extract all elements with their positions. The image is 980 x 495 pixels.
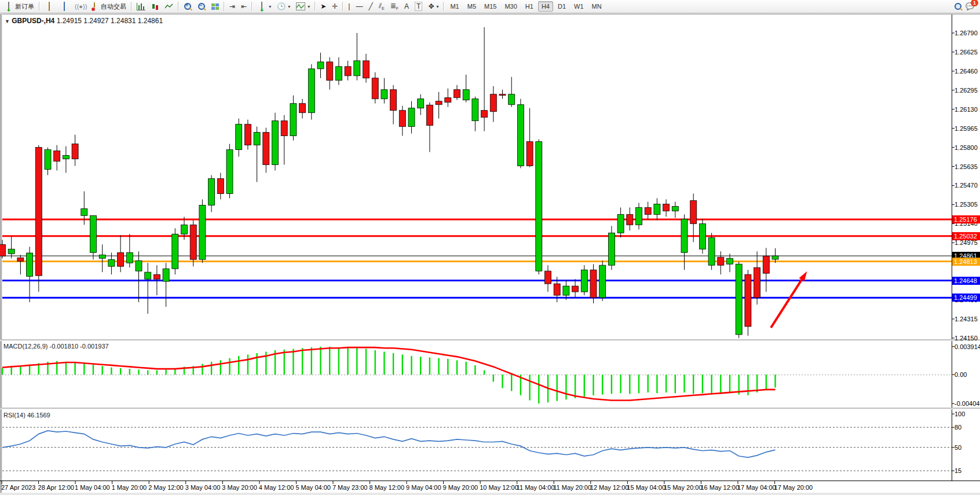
channel-icon: ⫽E — [379, 2, 385, 10]
tile-windows-button[interactable] — [209, 0, 222, 13]
separator — [39, 2, 40, 11]
timeframe-button-mn[interactable]: MN — [588, 1, 605, 12]
symbol-period-label: GBPUSD-,H4 — [12, 17, 54, 25]
autotrading-button[interactable]: 自动交易 — [87, 0, 129, 13]
crosshair-icon: ✛ — [332, 2, 338, 10]
zoom-out-button[interactable]: − — [195, 0, 209, 13]
line-chart-icon — [165, 3, 173, 10]
horizontal-line-button[interactable]: — — [353, 0, 365, 13]
new-chart-button[interactable]: +▾ — [254, 0, 274, 13]
time-axis-label: 11 May 20:00 — [553, 484, 591, 491]
macd-axis-label: 0.00 — [955, 371, 967, 379]
market-watch-button[interactable] — [57, 0, 72, 13]
time-axis-label: 28 Apr 12:00 — [38, 484, 74, 491]
bar-chart-icon — [137, 3, 145, 10]
signals-button[interactable]: ((●)) — [72, 0, 87, 13]
timeframe-button-m5[interactable]: M5 — [464, 1, 480, 12]
chart-shift-button[interactable]: ⇤ — [238, 0, 250, 13]
main-toolbar: + 新订单 ((●)) 自动交易 + − ⇥ ⇤ +▾ 🕒▾ ▾ ➤ ✛ | —… — [0, 0, 980, 13]
text-tool-icon: A — [404, 2, 409, 10]
price-axis-label: 1.26460 — [955, 67, 978, 75]
time-axis-label: 16 May 12:00 — [700, 484, 739, 491]
rsi-title: RSI(14) 46.1569 — [3, 412, 50, 419]
collapse-one-click-icon[interactable]: ▼ — [5, 19, 10, 24]
price-axis-label: 1.25800 — [955, 144, 978, 152]
arrows-tool-button[interactable]: ✥▾ — [425, 0, 441, 13]
macd-label: MACD(12,26,9) — [3, 343, 47, 350]
macd-axis-label: -0.004049 — [955, 399, 980, 408]
new-order-button[interactable]: + 新订单 — [1, 0, 37, 13]
time-axis-label: 12 May 12:00 — [590, 484, 629, 491]
profiles-button[interactable] — [42, 0, 57, 13]
price-level-badge: 1.24813 — [952, 258, 980, 266]
autotrading-icon — [90, 2, 99, 11]
price-level-badge: 1.25176 — [952, 215, 980, 223]
profiles-icon — [45, 2, 54, 11]
time-axis-label: 10 May 12:00 — [480, 484, 518, 491]
channel-button[interactable]: ⫽E — [376, 0, 387, 13]
timeframe-button-h4[interactable]: H4 — [538, 1, 553, 12]
candlestick-chart-button[interactable] — [148, 0, 162, 13]
label-tool-button[interactable]: T — [412, 0, 425, 13]
market-watch-icon — [60, 2, 69, 11]
price-axis-label: 1.26790 — [955, 29, 978, 37]
fibonacci-icon: ≣F — [390, 2, 398, 10]
separator — [443, 2, 444, 11]
crosshair-button[interactable]: ✛ — [329, 0, 341, 13]
price-axis-label: 1.25470 — [955, 181, 978, 189]
clock-icon: 🕒 — [277, 2, 286, 10]
panel-splitter-macd[interactable] — [0, 339, 980, 341]
time-axis-label: 27 Apr 2023 — [1, 484, 35, 491]
auto-scroll-button[interactable]: ⇥ — [226, 0, 238, 13]
periods-button[interactable]: 🕒▾ — [274, 0, 293, 13]
fibonacci-button[interactable]: ≣F — [387, 0, 401, 13]
rsi-axis-label: 50 — [955, 443, 961, 452]
text-tool-button[interactable]: A — [401, 0, 412, 13]
search-icon[interactable] — [954, 2, 962, 10]
vertical-line-icon: | — [348, 2, 350, 10]
price-level-badge: 1.24499 — [952, 294, 980, 302]
timeframe-button-w1[interactable]: W1 — [571, 1, 587, 12]
price-axis-label: 1.25305 — [955, 200, 978, 208]
macd-axis-label: 0.003914 — [955, 343, 980, 351]
price-level-badge: 1.24648 — [952, 277, 980, 285]
notifications-button[interactable]: 💬 1 — [966, 2, 974, 10]
price-axis-label: 1.25965 — [955, 124, 978, 133]
timeframe-button-d1[interactable]: D1 — [554, 1, 569, 12]
chart-title: ▼ GBPUSD-,H4 1.24915 1.24927 1.24831 1.2… — [5, 17, 163, 25]
macd-title: MACD(12,26,9) -0.001810 -0.001937 — [3, 343, 109, 350]
cursor-button[interactable]: ➤ — [317, 0, 329, 13]
chart-shift-icon: ⇤ — [241, 2, 247, 10]
price-axis-label: 1.26130 — [955, 105, 978, 113]
timeframe-bar: M1M5M15M30H1H4D1W1MN — [446, 1, 605, 12]
auto-scroll-icon: ⇥ — [229, 2, 235, 10]
price-level-badge: 1.25032 — [952, 232, 980, 240]
time-axis-label: 15 May 20:00 — [664, 484, 703, 491]
new-chart-icon: + — [257, 2, 266, 11]
rsi-axis-label: 15 — [955, 467, 961, 475]
separator — [315, 2, 316, 11]
panel-splitter-rsi[interactable] — [0, 408, 980, 409]
separator — [224, 2, 225, 11]
timeframe-button-m30[interactable]: M30 — [501, 1, 520, 12]
time-axis-label: 2 May 12:00 — [148, 484, 184, 491]
rsi-value: 46.1569 — [27, 412, 50, 419]
time-axis-label: 5 May 04:00 — [295, 484, 331, 491]
chart-window[interactable] — [0, 14, 980, 493]
zoom-in-button[interactable]: + — [181, 0, 195, 13]
timeframe-button-m15[interactable]: M15 — [481, 1, 500, 12]
trendline-button[interactable]: ╱ — [365, 0, 375, 13]
bar-chart-button[interactable] — [134, 0, 148, 13]
vertical-line-button[interactable]: | — [345, 0, 353, 13]
indicators-button[interactable]: ▾ — [293, 0, 313, 13]
timeframe-button-m1[interactable]: M1 — [447, 1, 462, 12]
macd-main-value: -0.001810 — [49, 343, 78, 350]
new-order-icon: + — [4, 2, 13, 11]
line-chart-button[interactable] — [162, 0, 176, 13]
new-order-label: 新订单 — [15, 2, 34, 11]
price-axis-label: 1.26625 — [955, 48, 978, 56]
indicators-icon — [296, 2, 305, 10]
price-axis-label: 1.24150 — [955, 334, 978, 342]
separator — [342, 2, 343, 11]
timeframe-button-h1[interactable]: H1 — [522, 1, 537, 12]
